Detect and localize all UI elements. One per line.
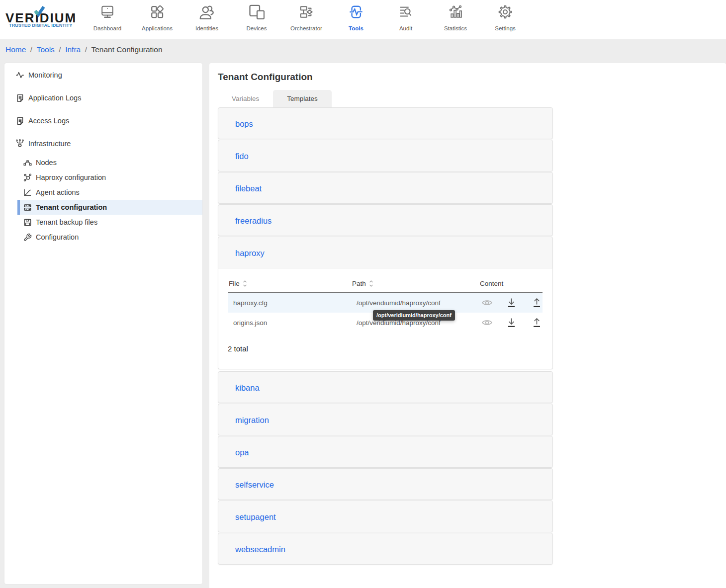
svg-text:TRUSTED DIGITAL IDENTITY: TRUSTED DIGITAL IDENTITY bbox=[9, 23, 72, 28]
